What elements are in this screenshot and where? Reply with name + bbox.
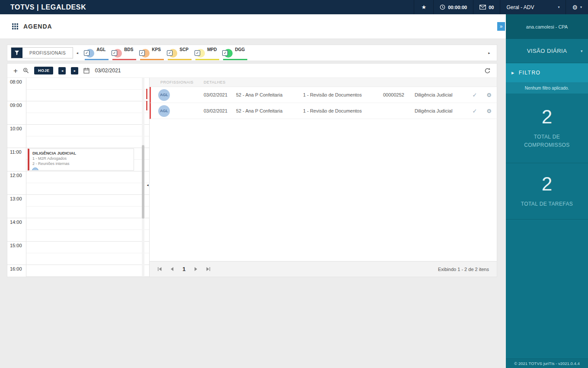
event-indicator — [146, 101, 147, 110]
calendar-scrollbar-thumb[interactable] — [142, 145, 144, 219]
first-page-button[interactable] — [157, 267, 162, 271]
sidebar-expand-button[interactable]: » — [497, 22, 505, 31]
stat-tarefas: 2 TOTAL DE TAREFAS — [506, 163, 588, 220]
version-footer: © 2021 TOTVS juriTIs - v2021.0.4.4 — [506, 358, 588, 368]
timer-value: 00:00:00 — [448, 5, 467, 10]
checkbox-icon[interactable]: ✓ — [195, 50, 200, 56]
star-icon: ★ — [421, 4, 426, 10]
chip-label: SCP — [179, 47, 189, 52]
table-row[interactable]: AGL 03/02/2021 52 - Ana P Confeitaria 1 … — [150, 87, 497, 103]
table-row[interactable]: AGL 03/02/2021 52 - Ana P Confeitaria 1 … — [150, 103, 497, 119]
cell-date: 03/02/2021 — [204, 108, 236, 113]
list-empty-area — [150, 119, 497, 261]
scheduler-body: 08:00 09:00 10:00 11:00 — [7, 77, 497, 277]
current-date[interactable]: 03/02/2021 — [95, 68, 121, 74]
app-logo: TOTVS | LEGALDESK — [0, 0, 86, 14]
splitter-collapse-handle[interactable]: ◄ — [146, 184, 149, 187]
chip-label: KPS — [152, 47, 161, 52]
previous-page-button[interactable] — [170, 267, 175, 271]
page-title: AGENDA — [23, 23, 52, 30]
avatar: ✓ — [113, 49, 122, 58]
time-label: 12:00 — [7, 171, 26, 194]
calendar-slot[interactable] — [26, 265, 149, 277]
calendar-slot[interactable] — [26, 195, 149, 218]
cell-type: Diligência Judicial — [415, 92, 468, 97]
cell-client: 52 - Ana P Confeitaria — [236, 92, 303, 97]
chips-scroll-right-button[interactable]: ► — [485, 52, 493, 55]
gear-icon[interactable]: ⚙ — [481, 108, 497, 114]
checkbox-icon[interactable]: ✓ — [222, 50, 228, 56]
filter-section-toggle[interactable]: ▶ FILTRO — [506, 63, 588, 82]
avatar: ✓ — [86, 49, 94, 58]
professionals-bar: PROFISSIONAIS ◄ ✓ AGL ✓ BDS ✓ KPS — [7, 45, 497, 61]
clock-icon — [440, 4, 445, 10]
last-page-button[interactable] — [206, 267, 211, 271]
calendar-row: 16:00 — [7, 265, 149, 277]
settings-button[interactable]: ⚙ ▾ — [566, 0, 588, 14]
search-icon[interactable] — [23, 68, 29, 74]
event-detail: 2 - Reuniões internas — [32, 161, 131, 166]
calendar-row: 14:00 — [7, 218, 149, 242]
stat-value: 2 — [542, 107, 552, 126]
mail-count: 00 — [489, 5, 494, 10]
next-page-button[interactable] — [193, 267, 198, 271]
gear-icon[interactable]: ⚙ — [481, 92, 497, 98]
list-header: PROFISSIONAIS DETALHES — [150, 78, 497, 87]
time-label: 13:00 — [7, 195, 26, 218]
cell-task: 1 - Revisão de Documentos — [303, 108, 383, 113]
professional-chip-scp[interactable]: ✓ SCP — [168, 47, 192, 60]
add-appointment-button[interactable]: + — [13, 67, 18, 74]
chevron-down-icon: ▾ — [580, 5, 582, 9]
page-header: AGENDA » — [0, 14, 506, 39]
appointment-list: PROFISSIONAIS DETALHES AGL 03/02/2021 52… — [150, 78, 497, 277]
avatar: AGL — [158, 89, 170, 101]
gear-icon: ⚙ — [572, 4, 578, 11]
professional-chip-mpd[interactable]: ✓ MPD — [195, 47, 219, 60]
refresh-icon[interactable] — [484, 68, 491, 74]
professional-chip-kps[interactable]: ✓ KPS — [140, 47, 164, 60]
pagination-summary: Exibindo 1 - 2 de 2 itens — [438, 267, 489, 272]
checkbox-icon[interactable]: ✓ — [167, 50, 173, 56]
cell-number: 00000252 — [383, 92, 415, 97]
calendar-row: 15:00 — [7, 242, 149, 265]
timer-button[interactable]: 00:00:00 — [433, 0, 473, 14]
calendar-row: 13:00 — [7, 195, 149, 218]
chips-scroll-left-button[interactable]: ◄ — [73, 52, 81, 55]
calendar-slot[interactable] — [26, 78, 149, 101]
calendar-slot[interactable] — [26, 242, 149, 265]
next-day-button[interactable]: ► — [71, 67, 78, 74]
avatar: AGL — [158, 105, 170, 117]
calendar-icon[interactable] — [83, 68, 89, 74]
office-selector[interactable]: Geral - ADV ▾ — [500, 0, 566, 14]
calendar-slot[interactable] — [26, 101, 149, 124]
grid-icon — [12, 23, 18, 29]
calendar-event[interactable]: DILIGÊNCIA JUDICIAL 1 - M2R Advogados 2 … — [28, 148, 134, 171]
today-button[interactable]: HOJE — [34, 67, 54, 74]
app-root: TOTVS | LEGALDESK ★ 00:00:00 00 Geral - … — [0, 0, 588, 368]
calendar-row: 10:00 — [7, 125, 149, 148]
time-label: 11:00 — [7, 148, 26, 171]
checkbox-icon[interactable]: ✓ — [112, 50, 117, 56]
favorites-button[interactable]: ★ — [414, 0, 433, 14]
calendar-slot[interactable] — [26, 218, 149, 241]
professional-chip-agl[interactable]: ✓ AGL — [85, 47, 109, 60]
view-selector[interactable]: VISÃO DIÁRIA ▾ — [506, 39, 588, 63]
filter-section-label: FILTRO — [519, 70, 541, 76]
professional-chip-dgg[interactable]: ✓ DGG — [223, 47, 247, 60]
calendar-slot[interactable] — [26, 125, 149, 148]
previous-day-button[interactable]: ◄ — [58, 67, 66, 74]
calendar-slot[interactable] — [26, 171, 149, 194]
chip-label: DGG — [235, 47, 245, 52]
professionals-filter-button[interactable]: PROFISSIONAIS — [11, 47, 73, 58]
calendar-row: 12:00 — [7, 171, 149, 195]
day-calendar: 08:00 09:00 10:00 11:00 — [7, 78, 150, 277]
mail-button[interactable]: 00 — [473, 0, 500, 14]
checkbox-icon[interactable]: ✓ — [84, 50, 89, 56]
check-icon[interactable]: ✓ — [468, 108, 481, 114]
event-indicator — [146, 89, 147, 99]
professional-chip-bds[interactable]: ✓ BDS — [112, 47, 136, 60]
check-icon[interactable]: ✓ — [468, 92, 481, 98]
event-detail: 1 - M2R Advogados — [32, 156, 131, 161]
agenda-panel: PROFISSIONAIS ◄ ✓ AGL ✓ BDS ✓ KPS — [7, 45, 497, 277]
checkbox-icon[interactable]: ✓ — [139, 50, 145, 56]
